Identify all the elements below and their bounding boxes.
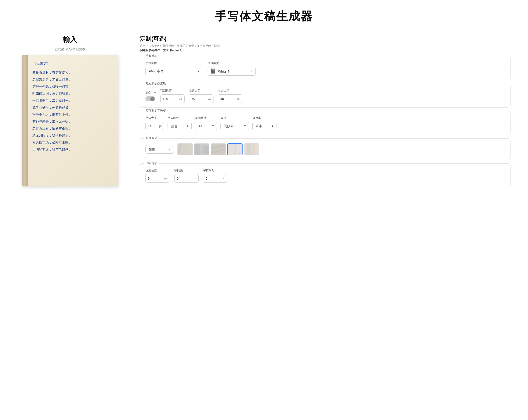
font-size-label: 字体大小 xyxy=(145,116,164,120)
book-spine xyxy=(22,55,28,186)
font-color-label: 字体颜色 xyxy=(168,116,192,120)
right-margin-input[interactable] xyxy=(218,95,236,103)
font-size-input[interactable] xyxy=(146,122,159,130)
svg-rect-16 xyxy=(252,145,255,155)
effect-select[interactable]: 无效果 光影 xyxy=(220,122,249,130)
special-effects-label: 特殊效果 xyxy=(144,136,159,140)
glyph-spacing-label: 字符间距 xyxy=(203,169,227,172)
font-color-group: 字体颜色 蓝色 黑色 红色 ▼ xyxy=(168,116,192,130)
book-preview: 《石壕吏》 暮投石壕村，有吏夜捉人。 老翁逾墙走，老妇出门看。 吏呼一何怒，妇啼… xyxy=(22,55,118,186)
paper-group: 纸张类型 📓 White 4 ▼ xyxy=(208,61,256,76)
svg-rect-10 xyxy=(228,144,235,155)
border-section: 边距和线条选项 线条: on 顶部边距 px xyxy=(140,84,511,108)
paper-select-wrapper[interactable]: 📓 White 4 ▼ xyxy=(208,67,256,76)
spacing-section-label: 间距选项 xyxy=(144,161,159,165)
handwriting-section-label: 手写选项 xyxy=(144,54,159,58)
char-spacing-input-group[interactable]: px xyxy=(174,174,199,183)
effect-thumb-5-inner xyxy=(244,144,259,155)
toggle-thumb xyxy=(150,97,155,101)
glyph-spacing-unit: pt xyxy=(221,175,227,182)
effect-thumb-5[interactable] xyxy=(244,143,259,155)
svg-rect-4 xyxy=(194,144,200,155)
char-spacing-unit: px xyxy=(192,175,199,182)
poem-title: 《石壕吏》 xyxy=(32,61,111,66)
page-text-section-label: 页面和文字选项 xyxy=(144,109,168,113)
char-spacing-group: 字间距 px xyxy=(174,169,199,183)
font-label: 手写字体 xyxy=(145,61,202,65)
left-margin-unit: px xyxy=(207,95,213,102)
effect-group: 效果 无效果 光影 ▼ xyxy=(220,116,249,130)
effect-thumbnails xyxy=(177,143,259,155)
border-section-label: 边距和线条选项 xyxy=(144,81,168,85)
top-margin-group: 顶部边距 px xyxy=(160,89,185,103)
effect-thumb-4[interactable] xyxy=(227,143,242,155)
vertical-position-unit: px xyxy=(163,175,170,182)
top-margin-input-group[interactable]: px xyxy=(160,94,185,103)
page-size-select[interactable]: A4 A3 Letter xyxy=(195,122,217,130)
page-size-group: 页面尺寸 A4 A3 Letter ▼ xyxy=(195,116,217,130)
page-size-select-wrapper[interactable]: A4 A3 Letter ▼ xyxy=(195,122,217,130)
right-margin-unit: px xyxy=(236,95,242,102)
font-color-select-wrapper[interactable]: 蓝色 黑色 红色 ▼ xyxy=(168,122,192,130)
effect-thumb-1-inner xyxy=(178,144,192,155)
poem-content: 暮投石壕村，有吏夜捉人。 老翁逾墙走，老妇出门看。 吏呼一何怒，妇啼一何苦！ 听… xyxy=(32,69,111,153)
glyph-spacing-input-group[interactable]: pt xyxy=(203,174,227,183)
resolution-group: 分辨率 正常 高清 ▼ xyxy=(252,116,276,130)
effect-thumb-3[interactable] xyxy=(211,143,226,155)
resolution-label: 分辨率 xyxy=(252,116,276,120)
page-text-section: 页面和文字选项 字体大小 pt 字体颜色 蓝色 黑色 红色 xyxy=(140,111,511,135)
effect-thumb-2[interactable] xyxy=(194,143,209,155)
effect-select-wrapper[interactable]: 无效果 光影 ▼ xyxy=(220,122,249,130)
vertical-position-input-group[interactable]: px xyxy=(145,174,170,183)
top-margin-label: 顶部边距 xyxy=(160,89,185,93)
right-margin-group: 右边边距 px xyxy=(218,89,242,103)
paper-label: 纸张类型 xyxy=(208,61,256,65)
font-size-input-group[interactable]: pt xyxy=(145,122,164,130)
special-effect-select[interactable]: 光影 无 xyxy=(145,145,174,154)
resolution-select[interactable]: 正常 高清 xyxy=(252,122,276,130)
effect-thumb-3-inner xyxy=(211,144,226,155)
right-panel: 定制(可选) 注意：少数更改可能只反映在生成的图像中，而不会反映在预览中 问题反… xyxy=(140,35,511,191)
left-margin-label: 左边边距 xyxy=(189,89,214,93)
top-margin-unit: px xyxy=(178,95,185,102)
custom-feedback: 问题反馈与建议：微信【lmjimi8】 xyxy=(140,48,511,52)
lines-label: 线条: on xyxy=(145,91,156,94)
top-margin-input[interactable] xyxy=(161,95,178,103)
special-effect-select-wrapper[interactable]: 光影 无 ▼ xyxy=(145,145,174,154)
special-effects-section: 特殊效果 光影 无 ▼ xyxy=(140,138,511,160)
effect-label: 效果 xyxy=(220,116,249,120)
paper-icon: 📓 xyxy=(210,68,216,74)
left-margin-input-group[interactable]: px xyxy=(189,94,214,103)
toggle-track[interactable] xyxy=(145,96,155,102)
font-select[interactable]: AMei 字体 xyxy=(145,67,202,75)
paper-arrow: ▼ xyxy=(250,70,252,73)
left-panel: 输入 在此处输入/粘贴文本 《石壕吏》 暮投石壕村，有吏夜捉人。 老翁逾墙走，老… xyxy=(17,35,122,186)
lines-toggle[interactable] xyxy=(145,96,156,102)
vertical-position-group: 垂直位置 px xyxy=(145,169,170,183)
book-page: 《石壕吏》 暮投石壕村，有吏夜捉人。 老翁逾墙走，老妇出门看。 吏呼一何怒，妇啼… xyxy=(28,55,118,186)
input-section-title: 输入 xyxy=(63,35,77,45)
effect-thumb-1[interactable] xyxy=(177,143,193,155)
left-margin-group: 左边边距 px xyxy=(189,89,214,103)
char-spacing-input[interactable] xyxy=(175,174,192,182)
font-color-select[interactable]: 蓝色 黑色 红色 xyxy=(168,122,192,130)
font-size-group: 字体大小 pt xyxy=(145,116,164,130)
svg-rect-5 xyxy=(203,146,209,154)
resolution-select-wrapper[interactable]: 正常 高清 ▼ xyxy=(252,122,276,130)
paper-text: White 4 xyxy=(218,69,248,73)
main-layout: 输入 在此处输入/粘贴文本 《石壕吏》 暮投石壕村，有吏夜捉人。 老翁逾墙走，老… xyxy=(0,31,528,204)
glyph-spacing-group: 字符间距 pt xyxy=(203,169,227,183)
lines-toggle-group: 线条: on xyxy=(145,91,156,102)
char-spacing-label: 字间距 xyxy=(174,169,199,172)
right-margin-input-group[interactable]: px xyxy=(218,94,242,103)
font-select-wrapper[interactable]: AMei 字体 ▼ xyxy=(145,67,202,75)
effect-thumb-4-inner xyxy=(228,144,242,155)
input-subtitle: 在此处输入/粘贴文本 xyxy=(55,47,85,51)
font-group: 手写字体 AMei 字体 ▼ xyxy=(145,61,202,75)
custom-section-title: 定制(可选) xyxy=(140,35,511,43)
custom-note: 注意：少数更改可能只反映在生成的图像中，而不会反映在预览中 xyxy=(140,44,511,48)
glyph-spacing-input[interactable] xyxy=(203,174,221,182)
handwriting-section: 手写选项 手写字体 AMei 字体 ▼ 纸张类型 📓 White 4 xyxy=(140,56,511,80)
vertical-position-input[interactable] xyxy=(146,174,163,182)
left-margin-input[interactable] xyxy=(189,95,207,103)
